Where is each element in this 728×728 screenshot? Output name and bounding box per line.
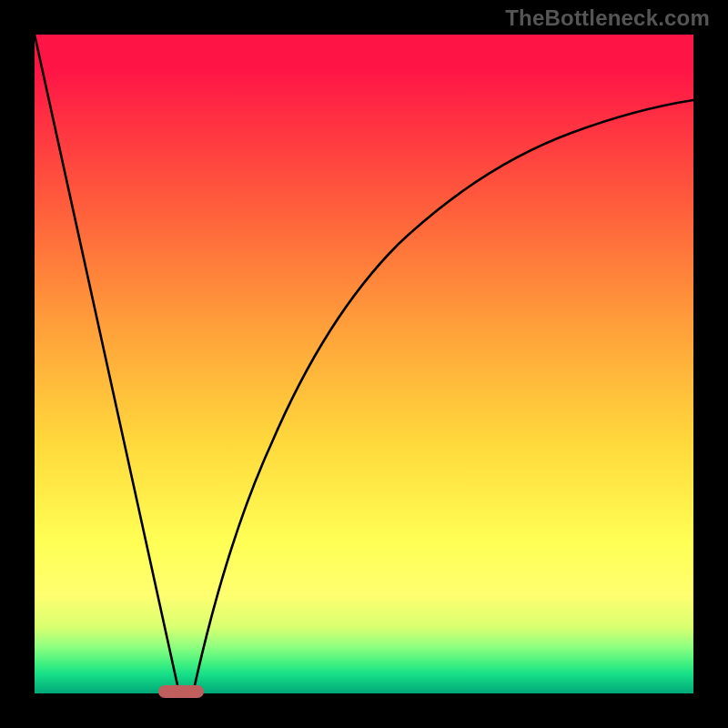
curve-left-branch <box>35 35 179 693</box>
chart-frame: TheBottleneck.com <box>0 0 728 728</box>
curve-right-branch <box>193 100 693 693</box>
attribution-text: TheBottleneck.com <box>505 5 710 31</box>
bottleneck-curve <box>35 35 693 693</box>
plot-area <box>35 35 693 693</box>
optimal-marker <box>158 685 204 698</box>
